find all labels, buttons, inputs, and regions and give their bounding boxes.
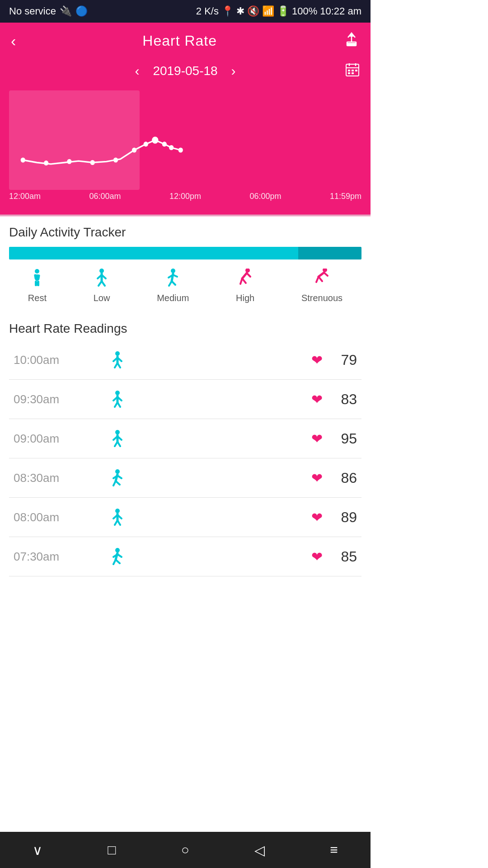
mute-icon: 🔇 bbox=[247, 5, 259, 17]
svg-line-49 bbox=[319, 277, 322, 281]
date-navigation: ‹ 2019-05-18 › bbox=[0, 59, 371, 86]
svg-point-80 bbox=[115, 548, 120, 552]
rest-icon bbox=[29, 269, 45, 290]
legend-strenuous: Strenuous bbox=[301, 269, 343, 303]
svg-line-47 bbox=[324, 273, 328, 276]
legend-high: High bbox=[236, 269, 254, 303]
reading-time-0: 10:00am bbox=[14, 353, 104, 367]
reading-time-5: 07:30am bbox=[14, 550, 104, 564]
nav-down-button[interactable]: ∨ bbox=[33, 842, 42, 858]
svg-rect-7 bbox=[352, 70, 354, 71]
svg-line-42 bbox=[247, 273, 250, 277]
low-label: Low bbox=[94, 293, 110, 303]
time-label-2: 12:00pm bbox=[169, 192, 201, 201]
battery-icon: 🔋 bbox=[277, 5, 289, 17]
reading-value-3: 86 bbox=[330, 470, 357, 486]
svg-line-61 bbox=[117, 402, 120, 407]
usb-icon: 🔌 bbox=[60, 5, 72, 17]
reading-heart-0: ❤ bbox=[311, 352, 323, 368]
time-label-0: 12:00am bbox=[9, 192, 41, 201]
reading-row: 07:30am ❤ 85 bbox=[9, 537, 361, 576]
app-header: ‹ Heart Rate bbox=[0, 23, 371, 59]
reading-value-4: 89 bbox=[330, 509, 357, 526]
svg-line-83 bbox=[117, 554, 122, 557]
svg-line-79 bbox=[117, 520, 120, 525]
prev-date-button[interactable]: ‹ bbox=[135, 63, 139, 79]
time-label-1: 06:00am bbox=[89, 192, 121, 201]
medium-label: Medium bbox=[157, 293, 189, 303]
reading-row: 08:00am ❤ 89 bbox=[9, 498, 361, 537]
reading-heart-1: ❤ bbox=[311, 392, 323, 407]
svg-rect-10 bbox=[352, 72, 354, 74]
svg-line-71 bbox=[117, 476, 122, 478]
reading-row: 09:00am ❤ 95 bbox=[9, 419, 361, 458]
strenuous-icon bbox=[314, 269, 329, 290]
activity-progress-bar bbox=[9, 247, 361, 259]
time-label-3: 06:00pm bbox=[249, 192, 281, 201]
svg-rect-9 bbox=[348, 72, 350, 74]
reading-time-3: 08:30am bbox=[14, 471, 104, 485]
medium-icon bbox=[165, 269, 181, 290]
rest-label: Rest bbox=[28, 293, 47, 303]
reading-heart-3: ❤ bbox=[311, 470, 323, 486]
bottom-navigation: ∨ □ ○ ◁ ≡ bbox=[0, 832, 371, 868]
share-button[interactable] bbox=[343, 31, 360, 51]
svg-line-33 bbox=[102, 281, 105, 286]
next-date-button[interactable]: › bbox=[231, 63, 236, 79]
nav-home-button[interactable]: ○ bbox=[181, 842, 189, 858]
reading-time-2: 09:00am bbox=[14, 432, 104, 446]
reading-activity-icon-4 bbox=[104, 509, 131, 526]
reading-value-0: 79 bbox=[330, 352, 357, 368]
reading-activity-icon-3 bbox=[104, 469, 131, 486]
reading-heart-5: ❤ bbox=[311, 549, 323, 565]
low-icon bbox=[94, 269, 109, 290]
nav-back-button[interactable]: ◁ bbox=[254, 842, 265, 858]
reading-value-2: 95 bbox=[330, 430, 357, 447]
status-right: 2 K/s 📍 ✱ 🔇 📶 🔋 100% 10:22 am bbox=[196, 5, 361, 17]
page-title: Heart Rate bbox=[142, 33, 217, 49]
current-date: 2019-05-18 bbox=[153, 64, 217, 78]
reading-activity-icon-2 bbox=[104, 430, 131, 447]
clock: 10:22 am bbox=[320, 5, 361, 17]
reading-heart-2: ❤ bbox=[311, 431, 323, 447]
reading-time-1: 09:30am bbox=[14, 392, 104, 406]
vpn-icon: 🔵 bbox=[75, 5, 88, 17]
svg-point-45 bbox=[323, 269, 327, 272]
readings-title: Heart Rate Readings bbox=[9, 321, 361, 336]
bluetooth-icon: ✱ bbox=[236, 5, 244, 17]
svg-rect-27 bbox=[37, 281, 39, 286]
svg-point-21 bbox=[178, 148, 183, 153]
nav-square-button[interactable]: □ bbox=[108, 842, 116, 858]
chart-inner bbox=[9, 90, 361, 190]
svg-point-22 bbox=[35, 269, 39, 274]
svg-point-17 bbox=[144, 142, 148, 146]
time-label-4: 11:59pm bbox=[330, 192, 361, 201]
battery-percent: 100% bbox=[292, 5, 317, 17]
high-icon bbox=[238, 269, 253, 290]
nav-menu-button[interactable]: ≡ bbox=[330, 842, 338, 858]
svg-line-67 bbox=[117, 442, 120, 446]
chart-highlight bbox=[9, 90, 140, 190]
daily-activity-title: Daily Activity Tracker bbox=[9, 225, 361, 240]
heart-rate-readings-section: Heart Rate Readings 10:00am ❤ 79 09:30am bbox=[0, 312, 371, 576]
reading-activity-icon-5 bbox=[104, 548, 131, 565]
svg-line-46 bbox=[319, 273, 324, 277]
svg-rect-6 bbox=[348, 70, 350, 71]
status-no-service: No service bbox=[9, 5, 56, 17]
daily-activity-section: Daily Activity Tracker bbox=[0, 216, 371, 259]
reading-activity-icon-1 bbox=[104, 391, 131, 408]
calendar-button[interactable] bbox=[345, 62, 360, 80]
reading-row: 08:30am ❤ 86 bbox=[9, 458, 361, 498]
strenuous-label: Strenuous bbox=[301, 293, 343, 303]
back-button[interactable]: ‹ bbox=[11, 32, 16, 50]
status-bar: No service 🔌 🔵 2 K/s 📍 ✱ 🔇 📶 🔋 100% 10:2… bbox=[0, 0, 371, 23]
svg-line-55 bbox=[117, 363, 120, 368]
progress-teal bbox=[298, 247, 361, 259]
activity-legend: Rest Low Medium bbox=[0, 269, 371, 312]
location-icon: 📍 bbox=[221, 5, 234, 17]
svg-rect-8 bbox=[355, 70, 357, 71]
chart-time-labels: 12:00am 06:00am 12:00pm 06:00pm 11:59pm bbox=[9, 190, 361, 201]
svg-point-68 bbox=[115, 469, 120, 474]
svg-point-19 bbox=[162, 142, 167, 146]
svg-line-41 bbox=[242, 273, 247, 278]
